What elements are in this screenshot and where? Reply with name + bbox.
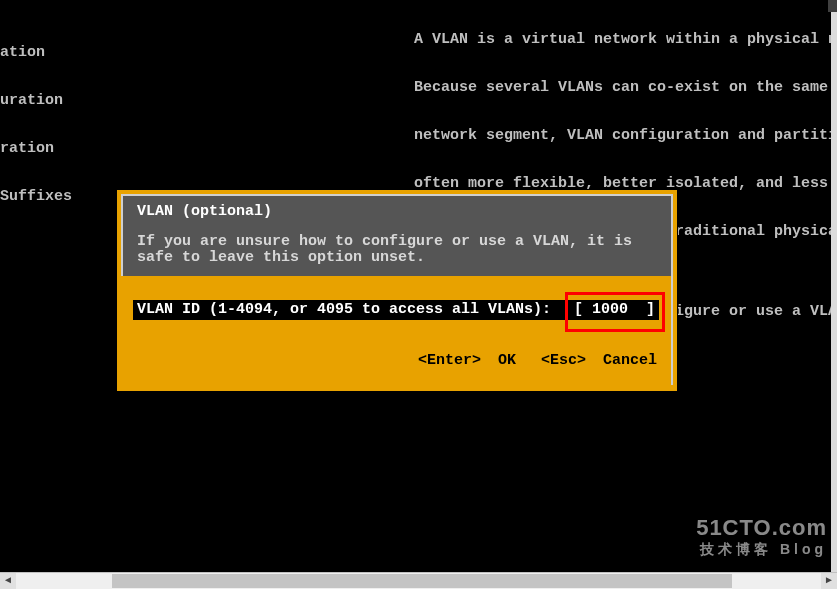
sidebar-fragment: ation uration ration Suffixes	[0, 13, 72, 237]
desc-line: Because several VLANs can co-exist on th…	[414, 80, 837, 96]
dialog-bottom-edge	[121, 379, 673, 385]
watermark-top: 51CTO.com	[696, 515, 827, 541]
sidebar-line: uration	[0, 93, 72, 109]
vertical-scrollbar[interactable]	[831, 0, 837, 573]
ok-label: OK	[498, 352, 516, 369]
dialog-title: VLAN (optional)	[137, 204, 657, 220]
dialog-hint: If you are unsure how to configure or us…	[137, 234, 657, 266]
vlan-id-input[interactable]: [ 1000 ]	[574, 300, 655, 320]
sidebar-line: ation	[0, 45, 72, 61]
dialog-header: VLAN (optional) If you are unsure how to…	[121, 194, 673, 276]
cancel-label: Cancel	[603, 352, 657, 369]
enter-key-label: <Enter>	[418, 352, 481, 369]
vlan-id-value: 1000	[592, 301, 628, 318]
vlan-id-field-row: VLAN ID (1-4094, or 4095 to access all V…	[133, 300, 659, 320]
sidebar-line: ration	[0, 141, 72, 157]
sidebar-line: Suffixes	[0, 189, 72, 205]
desc-line: network segment, VLAN configuration and …	[414, 128, 837, 144]
watermark-bottom: 技术博客 Blog	[696, 541, 827, 559]
vlan-id-prompt: VLAN ID (1-4094, or 4095 to access all V…	[137, 300, 551, 320]
scroll-right-button[interactable]: ►	[821, 573, 837, 589]
scroll-track[interactable]	[16, 573, 821, 589]
vlan-dialog: VLAN (optional) If you are unsure how to…	[117, 190, 677, 391]
scroll-left-button[interactable]: ◄	[0, 573, 16, 589]
cancel-button[interactable]: <Esc> Cancel	[533, 352, 657, 369]
watermark: 51CTO.com 技术博客 Blog	[696, 515, 827, 559]
dialog-body: VLAN ID (1-4094, or 4095 to access all V…	[121, 276, 673, 326]
dialog-footer: <Enter> OK <Esc> Cancel	[121, 326, 673, 379]
horizontal-scroll-thumb[interactable]	[112, 574, 732, 588]
console-screen: ation uration ration Suffixes A VLAN is …	[0, 0, 837, 573]
horizontal-scrollbar[interactable]: ◄ ►	[0, 572, 837, 589]
esc-key-label: <Esc>	[541, 352, 586, 369]
vertical-scroll-thumb[interactable]	[828, 0, 837, 12]
desc-line: A VLAN is a virtual network within a phy…	[414, 32, 837, 48]
ok-button[interactable]: <Enter> OK	[410, 352, 516, 369]
